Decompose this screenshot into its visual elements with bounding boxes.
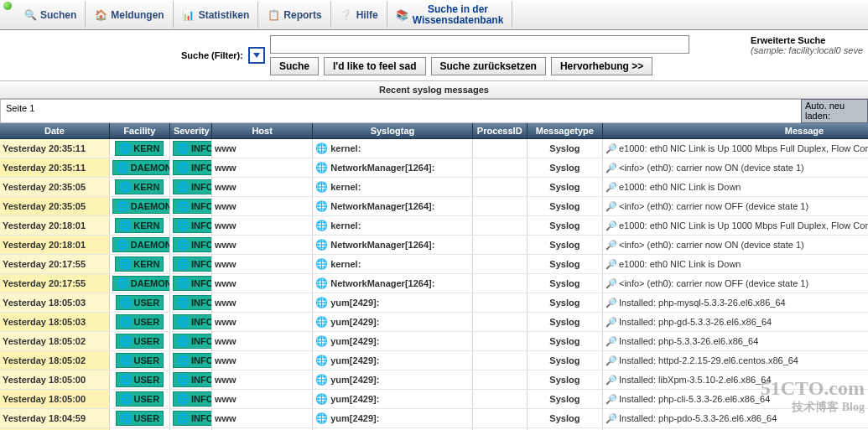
facility-badge[interactable]: 🌐DAEMON: [112, 276, 170, 291]
severity-badge[interactable]: 🌐INFO: [173, 372, 212, 387]
globe-icon: 🌐: [120, 374, 133, 386]
cell-severity: 🌐INFO: [169, 390, 211, 409]
cell-facility: 🌐DAEMON: [109, 236, 169, 255]
facility-badge[interactable]: 🌐USER: [116, 372, 164, 387]
cell-host: www: [212, 274, 313, 293]
feel-sad-button[interactable]: I'd like to feel sad: [324, 57, 426, 75]
severity-badge[interactable]: 🌐INFO: [173, 256, 212, 272]
table-row[interactable]: Yesterday 18:04:59🌐USER🌐INFOwww🌐yum[2429…: [0, 409, 868, 428]
cell-message: 🔎<info> (eth0): carrier now ON (device s…: [602, 236, 868, 255]
severity-badge[interactable]: 🌐INFO: [173, 179, 212, 194]
col-header-processid[interactable]: ProcessID: [472, 123, 527, 139]
globe-icon: 🌐: [177, 239, 190, 251]
globe-icon: 🌐: [120, 393, 133, 405]
table-row[interactable]: Yesterday 20:17:55🌐DAEMON🌐INFOwww🌐Networ…: [0, 274, 868, 293]
cell-host: www: [212, 158, 313, 178]
facility-badge[interactable]: 🌐USER: [116, 353, 164, 368]
table-row[interactable]: Yesterday 18:05:00🌐USER🌐INFOwww🌐yum[2429…: [0, 370, 868, 390]
cell-date: Yesterday 18:04:59: [0, 409, 109, 428]
col-header-syslogtag[interactable]: Syslogtag: [313, 123, 472, 139]
main-menubar: 🔍Suchen🏠Meldungen📊Statistiken📋Reports❔Hi…: [0, 0, 868, 30]
facility-badge[interactable]: 🌐USER: [116, 295, 164, 310]
table-row[interactable]: Yesterday 20:35:05🌐DAEMON🌐INFOwww🌐Networ…: [0, 197, 868, 216]
severity-badge[interactable]: 🌐INFO: [173, 160, 212, 175]
highlight-button[interactable]: Hervorhebung >>: [551, 57, 652, 75]
table-row[interactable]: Yesterday 18:05:03🌐USER🌐INFOwww🌐yum[2429…: [0, 313, 868, 332]
table-row[interactable]: Yesterday 18:05:00🌐USER🌐INFOwww🌐yum[2429…: [0, 390, 868, 409]
page-icon: 🔎: [606, 240, 617, 250]
severity-badge[interactable]: 🌐INFO: [173, 218, 212, 233]
menu-meldungen[interactable]: 🏠Meldungen: [86, 2, 173, 28]
table-row[interactable]: Yesterday 18:05:02🌐USER🌐INFOwww🌐yum[2429…: [0, 351, 868, 370]
cell-facility: 🌐KERN: [109, 178, 169, 197]
filter-dropdown-button[interactable]: [248, 47, 265, 64]
cell-date: Yesterday 20:35:11: [0, 139, 109, 158]
table-row[interactable]: Yesterday 20:35:11🌐DAEMON🌐INFOwww🌐Networ…: [0, 158, 868, 178]
col-header-severity[interactable]: Severity: [169, 123, 211, 139]
reset-search-button[interactable]: Suche zurücksetzen: [431, 57, 546, 75]
advanced-search-link[interactable]: Erweiterte Suche: [751, 35, 863, 45]
facility-badge[interactable]: 🌐KERN: [115, 218, 164, 233]
facility-badge[interactable]: 🌐USER: [116, 411, 164, 426]
search-input[interactable]: [270, 35, 689, 54]
severity-badge[interactable]: 🌐INFO: [173, 411, 212, 426]
table-row[interactable]: Yesterday 20:18:01🌐DAEMON🌐INFOwww🌐Networ…: [0, 236, 868, 255]
menu-knowledgebase[interactable]: 📚 Suche in derWissensdatenbank: [387, 2, 513, 28]
globe-icon: 🌐: [177, 297, 190, 308]
table-row[interactable]: Yesterday 18:05:02🌐USER🌐INFOwww🌐yum[2429…: [0, 332, 868, 351]
menu-suchen[interactable]: 🔍Suchen: [15, 2, 86, 28]
cell-facility: 🌐DAEMON: [109, 158, 169, 178]
search-button[interactable]: Suche: [270, 57, 319, 75]
table-row[interactable]: Yesterday 20:35:05🌐KERN🌐INFOwww🌐kernel:S…: [0, 178, 868, 197]
severity-badge[interactable]: 🌐INFO: [173, 276, 212, 291]
table-row[interactable]: Yesterday 20:18:01🌐KERN🌐INFOwww🌐kernel:S…: [0, 216, 868, 236]
cell-messagetype: Syslog: [527, 139, 602, 158]
facility-badge[interactable]: 🌐USER: [116, 391, 164, 407]
globe-icon: 🌐: [119, 220, 132, 231]
menu-statistiken[interactable]: 📊Statistiken: [174, 2, 259, 28]
facility-badge[interactable]: 🌐USER: [116, 334, 164, 349]
facility-badge[interactable]: 🌐DAEMON: [112, 199, 170, 214]
auto-reload-box[interactable]: Auto. neu laden:: [801, 99, 868, 123]
cell-host: www: [212, 178, 313, 197]
globe-icon: 🌐: [177, 393, 190, 405]
table-row[interactable]: Yesterday 20:35:11🌐KERN🌐INFOwww🌐kernel:S…: [0, 139, 868, 158]
severity-badge[interactable]: 🌐INFO: [173, 295, 212, 310]
severity-badge[interactable]: 🌐INFO: [173, 391, 212, 407]
cell-date: Yesterday 20:17:55: [0, 255, 109, 274]
col-header-date[interactable]: Date: [0, 123, 109, 139]
facility-badge[interactable]: 🌐KERN: [115, 256, 164, 272]
col-header-message[interactable]: Message: [602, 123, 868, 139]
globe-icon: 🌐: [315, 162, 328, 174]
severity-badge[interactable]: 🌐INFO: [173, 141, 212, 156]
hilfe-icon: ❔: [340, 8, 353, 22]
col-header-host[interactable]: Host: [212, 123, 313, 139]
col-header-facility[interactable]: Facility: [109, 123, 169, 139]
globe-icon: 🌐: [177, 277, 190, 289]
table-row[interactable]: Yesterday 20:17:55🌐KERN🌐INFOwww🌐kernel:S…: [0, 255, 868, 274]
severity-badge[interactable]: 🌐INFO: [173, 353, 212, 368]
cell-syslogtag: 🌐yum[2429]:: [313, 351, 472, 370]
cell-syslogtag: 🌐NetworkManager[1264]:: [313, 236, 472, 255]
severity-badge[interactable]: 🌐INFO: [173, 334, 212, 349]
facility-badge[interactable]: 🌐KERN: [115, 179, 164, 194]
page-icon: 🔎: [606, 182, 617, 192]
globe-icon: 🌐: [315, 412, 328, 424]
facility-badge[interactable]: 🌐USER: [116, 314, 164, 329]
severity-badge[interactable]: 🌐INFO: [173, 199, 212, 214]
cell-message: 🔎<info> (eth0): carrier now ON (device s…: [602, 158, 868, 178]
col-header-messagetype[interactable]: Messagetype: [527, 123, 602, 139]
facility-badge[interactable]: 🌐DAEMON: [112, 160, 170, 175]
severity-badge[interactable]: 🌐INFO: [173, 237, 212, 252]
cell-syslogtag: 🌐NetworkManager[1264]:: [313, 197, 472, 216]
facility-badge[interactable]: 🌐KERN: [115, 141, 164, 156]
table-row[interactable]: Yesterday 18:05:03🌐USER🌐INFOwww🌐yum[2429…: [0, 293, 868, 313]
facility-badge[interactable]: 🌐DAEMON: [112, 237, 170, 252]
menu-hilfe[interactable]: ❔Hilfe: [331, 2, 387, 28]
globe-icon: 🌐: [119, 181, 132, 193]
severity-badge[interactable]: 🌐INFO: [173, 314, 212, 329]
menu-reports[interactable]: 📋Reports: [258, 2, 330, 28]
cell-message: 🔎Installed: httpd-2.2.15-29.el6.centos.x…: [602, 351, 868, 370]
cell-severity: 🌐INFO: [169, 409, 211, 428]
cell-message: 🔎Installed: php-cli-5.3.3-26.el6.x86_64: [602, 390, 868, 409]
